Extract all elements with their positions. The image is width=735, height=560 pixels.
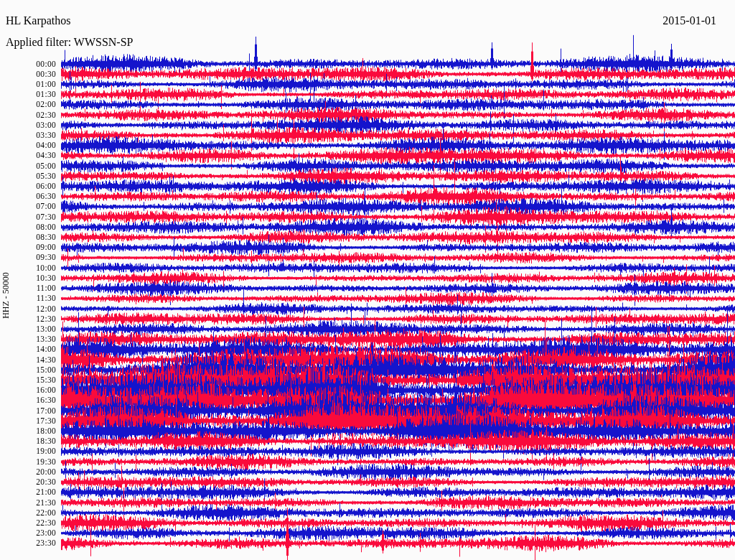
time-label: 22:00 [0, 509, 56, 518]
time-label: 11:30 [0, 294, 56, 303]
time-label: 23:00 [0, 529, 56, 538]
time-label: 21:30 [0, 499, 56, 508]
time-label: 09:30 [0, 253, 56, 262]
time-label: 04:30 [0, 151, 56, 160]
time-label: 10:00 [0, 264, 56, 273]
time-label: 03:30 [0, 131, 56, 140]
time-label: 19:00 [0, 447, 56, 456]
time-label: 18:30 [0, 437, 56, 446]
time-label: 14:00 [0, 345, 56, 354]
time-label: 07:30 [0, 213, 56, 222]
time-label: 01:00 [0, 80, 56, 89]
time-label: 06:00 [0, 182, 56, 191]
time-label: 06:30 [0, 192, 56, 201]
time-label: 19:30 [0, 458, 56, 467]
time-label: 20:30 [0, 478, 56, 487]
station-title: HL Karpathos [6, 14, 71, 27]
time-label: 13:30 [0, 335, 56, 344]
applied-filter-label: Applied filter: WWSSN-SP [6, 36, 133, 49]
time-label: 22:30 [0, 519, 56, 528]
time-label: 08:30 [0, 233, 56, 242]
time-label: 05:30 [0, 172, 56, 181]
time-label: 13:00 [0, 325, 56, 334]
time-label: 00:30 [0, 70, 56, 79]
time-label: 23:30 [0, 539, 56, 548]
time-label: 20:00 [0, 468, 56, 477]
time-label: 03:00 [0, 121, 56, 130]
time-label: 07:00 [0, 202, 56, 211]
time-label: 14:30 [0, 356, 56, 365]
time-label: 01:30 [0, 90, 56, 99]
time-label: 15:30 [0, 376, 56, 385]
time-label: 21:00 [0, 488, 56, 497]
time-label: 16:30 [0, 396, 56, 405]
time-label: 16:00 [0, 386, 56, 395]
time-label: 11:00 [0, 284, 56, 293]
time-label: 04:00 [0, 141, 56, 150]
time-label: 10:30 [0, 274, 56, 283]
time-label: 02:30 [0, 111, 56, 120]
time-label: 05:00 [0, 162, 56, 171]
date-label: 2015-01-01 [663, 14, 716, 27]
helicorder-screenshot: HL Karpathos 2015-01-01 Applied filter: … [0, 0, 735, 560]
helicorder-trace-canvas [0, 0, 735, 560]
time-label: 15:00 [0, 366, 56, 375]
time-label: 18:00 [0, 427, 56, 436]
time-label: 17:00 [0, 407, 56, 416]
time-label: 00:00 [0, 60, 56, 69]
time-label: 08:00 [0, 223, 56, 232]
time-label: 17:30 [0, 417, 56, 426]
time-label: 12:00 [0, 305, 56, 314]
time-label: 02:00 [0, 101, 56, 109]
time-label: 09:00 [0, 243, 56, 252]
time-label: 12:30 [0, 315, 56, 324]
